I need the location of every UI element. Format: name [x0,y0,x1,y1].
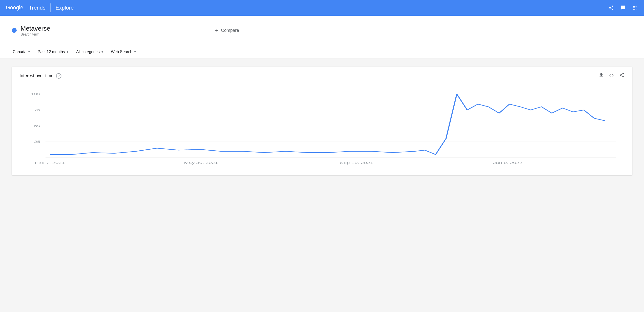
header-explore-title: Explore [56,5,74,11]
chart-divider [20,81,624,81]
header-left: Google Trends Explore [6,4,74,12]
chart-actions [598,73,624,79]
logo-trends: Trends [29,5,46,11]
embed-icon[interactable] [609,73,614,79]
svg-text:Jan 9, 2022: Jan 9, 2022 [493,161,522,165]
share-chart-icon[interactable] [619,73,624,79]
compare-button[interactable]: + Compare [211,25,243,36]
feedback-icon[interactable] [620,5,626,11]
svg-text:25: 25 [34,140,40,144]
apps-icon[interactable] [631,5,638,11]
search-term-name[interactable]: Metaverse [20,25,50,32]
time-range-filter[interactable]: Past 12 months ▾ [37,48,69,56]
category-filter[interactable]: All categories ▾ [75,48,104,56]
filter-bar: Canada ▾ Past 12 months ▾ All categories… [0,45,644,59]
help-icon[interactable]: ? [56,73,62,79]
category-label: All categories [76,50,100,54]
main-content: Interest over time ? [0,59,644,183]
chart-title-row: Interest over time ? [20,73,62,79]
search-compare-divider [203,21,203,40]
search-area: Metaverse Search term + Compare [0,16,644,45]
search-type-dropdown-arrow: ▾ [134,50,136,54]
svg-text:Sep 19, 2021: Sep 19, 2021 [340,161,373,165]
category-dropdown-arrow: ▾ [102,50,103,54]
search-type-filter[interactable]: Web Search ▾ [110,48,137,56]
region-filter[interactable]: Canada ▾ [12,48,31,56]
header-right [608,5,638,11]
compare-plus-icon: + [215,27,218,34]
app-header: Google Trends Explore [0,0,644,16]
header-divider [50,4,51,12]
share-icon[interactable] [608,5,615,11]
chart-header: Interest over time ? [20,73,624,79]
svg-text:50: 50 [34,124,40,128]
chart-container: 100 75 50 25 Feb 7, 2021 May 30, 2021 Se… [20,89,624,168]
search-term-info: Metaverse Search term [20,25,50,36]
search-dot [12,28,17,33]
search-term-card: Metaverse Search term [12,25,195,36]
time-range-label: Past 12 months [38,50,65,54]
svg-text:May 30, 2021: May 30, 2021 [184,161,218,165]
time-dropdown-arrow: ▾ [67,50,68,54]
svg-text:75: 75 [34,108,40,112]
google-trends-logo[interactable]: Google Trends [6,4,46,12]
interest-over-time-chart: 100 75 50 25 Feb 7, 2021 May 30, 2021 Se… [20,89,624,168]
download-icon[interactable] [598,73,604,79]
svg-text:Google: Google [6,5,23,11]
compare-label: Compare [221,28,239,33]
chart-card: Interest over time ? [12,67,632,175]
chart-title: Interest over time [20,73,54,78]
region-dropdown-arrow: ▾ [28,50,30,54]
logo-google: Google [6,4,28,12]
svg-text:Feb 7, 2021: Feb 7, 2021 [35,161,64,165]
svg-text:100: 100 [31,92,40,96]
search-term-type: Search term [20,32,50,36]
search-type-label: Web Search [111,50,132,54]
region-label: Canada [13,50,26,54]
